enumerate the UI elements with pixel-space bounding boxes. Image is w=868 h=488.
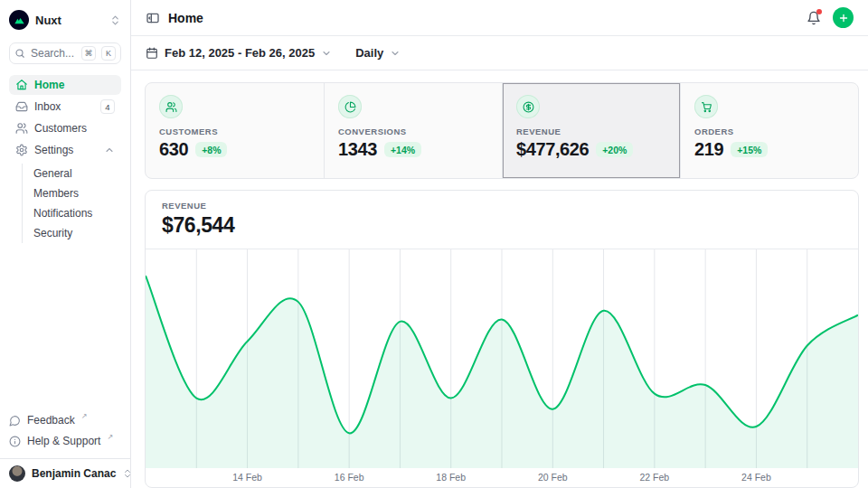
home-icon [15, 79, 28, 91]
workspace-name: Nuxt [35, 14, 103, 27]
stat-value: 219 [694, 139, 723, 160]
x-axis-tick-label: 22 Feb [639, 472, 669, 483]
stat-delta-badge: +20% [596, 142, 633, 157]
stat-delta-badge: +14% [384, 142, 421, 157]
chat-bubble-icon [9, 415, 21, 427]
inbox-icon [15, 100, 28, 113]
stat-label: CONVERSIONS [338, 127, 488, 136]
date-range-picker[interactable]: Feb 12, 2025 - Feb 26, 2025 [146, 46, 332, 60]
sidebar-item-security[interactable]: Security [23, 223, 121, 243]
x-axis: 14 Feb16 Feb18 Feb20 Feb22 Feb24 Feb [146, 468, 858, 487]
stat-value: 630 [159, 139, 188, 160]
main-area: Home Feb 12, 2025 - Feb 26, 2025 Da [131, 0, 868, 488]
sidebar-item-label: Inbox [34, 100, 61, 113]
date-range-value: Feb 12, 2025 - Feb 26, 2025 [165, 46, 315, 60]
sidebar-item-settings[interactable]: Settings [9, 140, 121, 160]
page-title: Home [168, 11, 203, 25]
workspace-switcher[interactable]: Nuxt [9, 9, 121, 31]
notification-dot [816, 9, 822, 14]
user-name: Benjamin Canac [32, 467, 116, 480]
stat-label: REVENUE [516, 127, 666, 136]
calendar-icon [146, 47, 158, 60]
dashboard-content: CUSTOMERS 630 +8% CONVERSIONS 1343 +14% [131, 70, 868, 488]
x-axis-tick-label: 18 Feb [436, 472, 466, 483]
sidebar: Nuxt Search... ⌘ K Home Inbox 4 [0, 0, 131, 488]
sidebar-item-label: Settings [34, 144, 73, 156]
stat-card-revenue[interactable]: REVENUE $477,626 +20% [502, 83, 680, 178]
sidebar-item-label: Customers [34, 122, 87, 135]
sidebar-footer: Feedback ↗ Help & Support ↗ [0, 411, 130, 458]
dollar-circle-icon [516, 95, 540, 118]
users-icon [15, 122, 28, 135]
chevron-down-icon [321, 48, 332, 59]
help-support-label: Help & Support [27, 435, 100, 447]
sidebar-item-general[interactable]: General [23, 164, 121, 183]
stat-value: $477,626 [516, 139, 589, 160]
chart-header: REVENUE $76,544 [146, 191, 858, 249]
stat-delta-badge: +15% [731, 142, 768, 157]
stat-card-orders[interactable]: ORDERS 219 +15% [680, 83, 858, 178]
stats-row: CUSTOMERS 630 +8% CONVERSIONS 1343 +14% [145, 82, 859, 179]
filters-toolbar: Feb 12, 2025 - Feb 26, 2025 Daily [131, 36, 868, 70]
chevron-down-icon [390, 48, 401, 59]
help-support-link[interactable]: Help & Support ↗ [9, 432, 121, 450]
feedback-link[interactable]: Feedback ↗ [9, 411, 121, 429]
chart-metric-label: REVENUE [162, 201, 842, 211]
cart-icon [694, 95, 718, 118]
avatar [9, 465, 25, 482]
revenue-chart-svg [146, 249, 858, 468]
external-link-icon: ↗ [107, 433, 113, 441]
user-menu[interactable]: Benjamin Canac [0, 458, 130, 488]
x-axis-tick-label: 20 Feb [538, 472, 568, 483]
topbar-actions [807, 7, 854, 28]
add-button[interactable] [833, 7, 854, 28]
inbox-count-badge: 4 [100, 99, 115, 114]
stat-label: ORDERS [694, 127, 844, 136]
chevron-up-icon [104, 145, 115, 155]
nuxt-logo-icon [9, 10, 29, 30]
topbar: Home [131, 0, 868, 36]
panel-collapse-icon [146, 11, 160, 25]
stat-delta-badge: +8% [195, 142, 227, 157]
sidebar-item-members[interactable]: Members [23, 183, 121, 203]
granularity-select[interactable]: Daily [355, 46, 401, 60]
search-placeholder: Search... [31, 47, 76, 60]
chevron-up-down-icon [109, 14, 121, 26]
collapse-sidebar-button[interactable] [146, 11, 160, 25]
sidebar-item-home[interactable]: Home [9, 75, 121, 95]
sidebar-item-customers[interactable]: Customers [9, 118, 121, 138]
sidebar-item-inbox[interactable]: Inbox 4 [9, 97, 121, 117]
kbd-cmd: ⌘ [81, 46, 96, 61]
search-input[interactable]: Search... ⌘ K [9, 42, 121, 64]
gear-icon [15, 144, 28, 156]
settings-subnav: General Members Notifications Security [22, 164, 121, 243]
external-link-icon: ↗ [81, 412, 88, 420]
sidebar-item-notifications[interactable]: Notifications [23, 203, 121, 223]
revenue-area-chart[interactable] [146, 249, 858, 468]
stat-card-customers[interactable]: CUSTOMERS 630 +8% [146, 83, 324, 178]
stat-value: 1343 [338, 139, 377, 160]
users-icon [159, 95, 183, 118]
x-axis-tick-label: 16 Feb [335, 472, 364, 483]
sidebar-nav: Home Inbox 4 Customers Settings Genera [9, 75, 121, 243]
revenue-chart-card: REVENUE $76,544 14 Feb16 Feb18 Feb20 Feb… [145, 190, 859, 488]
info-circle-icon [9, 436, 21, 447]
chart-metric-value: $76,544 [162, 213, 842, 238]
sidebar-item-label: Home [34, 79, 64, 91]
stat-card-conversions[interactable]: CONVERSIONS 1343 +14% [324, 83, 502, 178]
x-axis-tick-label: 24 Feb [741, 472, 771, 483]
feedback-label: Feedback [27, 414, 75, 427]
granularity-value: Daily [355, 46, 383, 60]
notifications-button[interactable] [807, 11, 821, 25]
pie-chart-icon [338, 95, 362, 118]
search-icon [14, 48, 25, 59]
kbd-k: K [101, 46, 116, 61]
x-axis-tick-label: 14 Feb [232, 472, 262, 483]
plus-icon [838, 13, 849, 23]
stat-label: CUSTOMERS [159, 127, 310, 136]
